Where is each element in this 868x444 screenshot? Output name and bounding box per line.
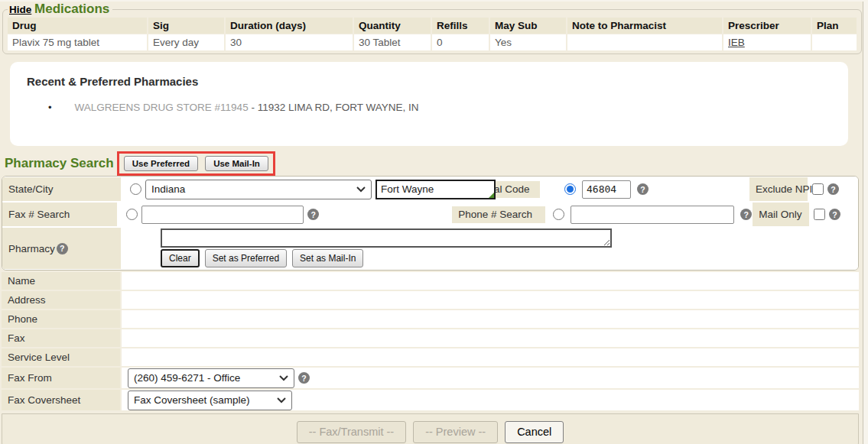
state-select[interactable]: Indiana xyxy=(145,180,372,199)
pharmacy-label: Pharmacy ? xyxy=(2,228,121,269)
medication-row: Plavix 75 mg tablet Every day 30 30 Tabl… xyxy=(8,34,857,50)
state-city-radio[interactable] xyxy=(130,183,141,195)
help-icon[interactable]: ? xyxy=(829,209,840,220)
cell-sig: Every day xyxy=(148,34,224,50)
pharmacy-field-row: Pharmacy ? Clear Set as Preferred Set as… xyxy=(2,227,858,270)
help-icon[interactable]: ? xyxy=(298,372,310,384)
help-icon[interactable]: ? xyxy=(740,209,752,220)
cell-duration: 30 xyxy=(226,34,353,50)
fax-search-radio[interactable] xyxy=(126,209,138,220)
medications-header-row: Drug Sig Duration (days) Quantity Refill… xyxy=(8,18,857,34)
phone-label: Phone xyxy=(2,310,120,328)
detail-row-name: Name xyxy=(2,272,859,290)
help-icon[interactable]: ? xyxy=(57,243,68,254)
fax-coversheet-label: Fax Coversheet xyxy=(2,390,120,410)
clear-button[interactable]: Clear xyxy=(161,249,200,267)
help-icon[interactable]: ? xyxy=(637,183,649,195)
chevron-down-icon xyxy=(277,397,286,403)
service-level-label: Service Level xyxy=(2,348,120,366)
city-input[interactable] xyxy=(375,180,496,199)
help-icon[interactable]: ? xyxy=(307,209,319,220)
pharmacy-label-text: Pharmacy xyxy=(8,243,55,254)
recent-pharmacies-title: Recent & Preferred Pharmacies xyxy=(27,75,831,88)
autofill-corner-icon xyxy=(489,193,494,198)
state-city-label: State/City xyxy=(2,177,121,201)
cell-drug: Plavix 75 mg tablet xyxy=(8,34,147,50)
prescriber-link[interactable]: IEB xyxy=(728,37,745,48)
recent-pharmacy-name-link[interactable]: WALGREENS DRUG STORE #11945 xyxy=(75,102,249,113)
name-value xyxy=(122,272,859,290)
fax-coversheet-select[interactable]: Fax Coversheet (sample) xyxy=(128,391,292,410)
action-bar: -- Fax/Transmit -- -- Preview -- Cancel xyxy=(2,413,859,444)
pharmacy-search-form: State/City Indiana ? Postal Code xyxy=(2,176,859,271)
detail-row-phone: Phone xyxy=(2,310,859,328)
col-plan: Plan xyxy=(812,18,857,34)
recent-preferred-pharmacies-card: Recent & Preferred Pharmacies • WALGREEN… xyxy=(10,62,848,146)
pharmacy-list-item: • WALGREENS DRUG STORE #11945 - 11932 LI… xyxy=(48,102,831,113)
state-city-row: State/City Indiana ? Postal Code xyxy=(2,177,858,202)
phone-search-label: Phone # Search xyxy=(452,206,545,223)
fax-coversheet-select-value: Fax Coversheet (sample) xyxy=(134,394,250,406)
pharmacy-search-header: Pharmacy Search Use Preferred Use Mail-I… xyxy=(5,151,863,176)
postal-code-input[interactable] xyxy=(582,180,631,199)
fax-phone-row: Fax # Search ? Phone # Search ? Mail Onl… xyxy=(2,202,858,227)
detail-row-service-level: Service Level xyxy=(2,348,859,366)
fax-from-select-value: (260) 459-6271 - Office xyxy=(134,372,240,384)
highlight-box: Use Preferred Use Mail-In xyxy=(117,151,275,176)
pharmacy-search-title: Pharmacy Search xyxy=(5,156,114,171)
col-drug: Drug xyxy=(8,18,147,34)
detail-row-fax: Fax xyxy=(2,329,859,347)
name-label: Name xyxy=(2,272,120,290)
exclude-npi-label: Exclude NPI xyxy=(749,177,808,201)
prescription-pharmacy-page: Hide Medications Drug Sig Duration (days… xyxy=(0,2,863,444)
pharmacy-input[interactable] xyxy=(161,228,612,248)
preview-button[interactable]: -- Preview -- xyxy=(413,421,498,443)
medications-section: Hide Medications Drug Sig Duration (days… xyxy=(2,2,862,54)
col-quantity: Quantity xyxy=(354,18,431,34)
bullet-icon: • xyxy=(48,102,52,113)
fax-label: Fax xyxy=(2,329,120,347)
medications-title: Medications xyxy=(34,2,109,16)
pharmacy-details: Name Address Phone Fax Service Level Fax… xyxy=(2,272,859,410)
fax-value xyxy=(122,329,859,347)
cell-quantity: 30 Tablet xyxy=(354,34,431,50)
address-label: Address xyxy=(2,291,120,309)
phone-search-radio[interactable] xyxy=(553,209,564,220)
cancel-button[interactable]: Cancel xyxy=(505,421,564,443)
fax-transmit-button[interactable]: -- Fax/Transmit -- xyxy=(297,421,406,443)
hide-medications-link[interactable]: Hide xyxy=(9,4,31,15)
col-note: Note to Pharmacist xyxy=(567,18,722,34)
set-as-mail-in-button[interactable]: Set as Mail-In xyxy=(292,249,363,267)
col-may-sub: May Sub xyxy=(490,18,566,34)
phone-value xyxy=(122,310,859,328)
cell-note xyxy=(567,34,722,50)
detail-row-address: Address xyxy=(2,291,859,309)
detail-row-fax-coversheet: Fax Coversheet Fax Coversheet (sample) xyxy=(2,390,859,410)
exclude-npi-checkbox[interactable] xyxy=(812,183,824,195)
medications-legend: Hide Medications xyxy=(8,2,112,17)
use-preferred-button[interactable]: Use Preferred xyxy=(124,156,198,171)
fax-from-select[interactable]: (260) 459-6271 - Office xyxy=(128,368,294,388)
address-value xyxy=(122,291,859,309)
col-sig: Sig xyxy=(148,18,224,34)
col-duration: Duration (days) xyxy=(226,18,353,34)
set-as-preferred-button[interactable]: Set as Preferred xyxy=(205,249,287,267)
help-icon[interactable]: ? xyxy=(827,183,839,195)
postal-code-radio[interactable] xyxy=(564,183,576,195)
fax-from-label: Fax From xyxy=(2,368,120,388)
chevron-down-icon xyxy=(279,375,288,381)
fax-search-label: Fax # Search xyxy=(2,203,117,226)
use-mail-in-button[interactable]: Use Mail-In xyxy=(205,156,268,171)
cell-may-sub: Yes xyxy=(490,34,566,50)
cell-prescriber: IEB xyxy=(723,34,811,50)
fax-search-input[interactable] xyxy=(141,206,304,224)
chevron-down-icon xyxy=(356,186,366,193)
service-level-value xyxy=(122,348,859,366)
col-refills: Refills xyxy=(432,18,489,34)
cell-refills: 0 xyxy=(432,34,489,50)
state-select-value: Indiana xyxy=(151,183,185,195)
cell-plan xyxy=(812,34,857,50)
mail-only-checkbox[interactable] xyxy=(814,209,825,220)
phone-search-input[interactable] xyxy=(571,206,734,224)
mail-only-label: Mail Only xyxy=(753,203,809,226)
